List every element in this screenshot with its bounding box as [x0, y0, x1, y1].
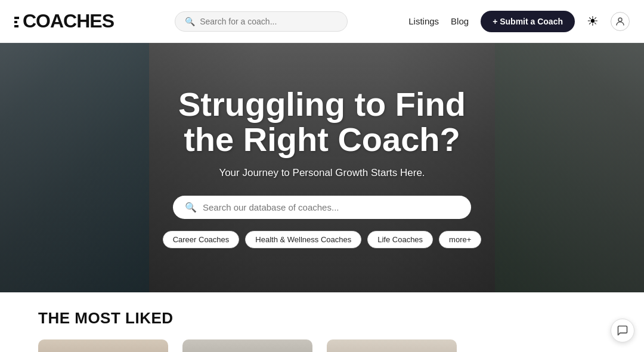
hero-title-line1: Struggling to Find — [178, 85, 466, 123]
tag-more[interactable]: more+ — [439, 231, 481, 248]
hero-subtitle: Your Journey to Personal Growth Starts H… — [163, 167, 482, 179]
card-person-3 — [327, 339, 457, 352]
coach-card-3[interactable] — [327, 339, 457, 352]
card-person-1 — [38, 339, 168, 352]
nav-search-bar: 🔍 — [175, 11, 348, 32]
hero-search-icon: 🔍 — [185, 202, 197, 213]
logo-line-2 — [14, 21, 17, 23]
nav-right: Listings Blog + Submit a Coach ☀ — [408, 11, 630, 32]
coach-cards-row — [38, 339, 606, 352]
user-account-icon[interactable] — [611, 12, 630, 31]
coach-card-2[interactable] — [182, 339, 312, 352]
hero-search-bar: 🔍 — [173, 196, 471, 219]
hero-title-line2: the Right Coach? — [184, 121, 460, 158]
search-input[interactable] — [200, 17, 338, 26]
hero-tags: Career Coaches Health & Wellness Coaches… — [163, 231, 482, 248]
svg-point-0 — [618, 18, 622, 21]
search-icon: 🔍 — [185, 17, 195, 26]
hero-content: Struggling to Find the Right Coach? Your… — [163, 87, 482, 248]
most-liked-title: THE MOST LIKED — [38, 309, 606, 328]
hero-search-input[interactable] — [203, 202, 459, 212]
coach-card-1[interactable] — [38, 339, 168, 352]
logo-lines-icon — [14, 17, 19, 27]
tag-career-coaches[interactable]: Career Coaches — [163, 231, 240, 248]
blog-link[interactable]: Blog — [451, 16, 469, 26]
theme-toggle-icon[interactable]: ☀ — [587, 14, 599, 29]
most-liked-section: THE MOST LIKED — [0, 292, 644, 352]
logo[interactable]: COACHES — [14, 10, 114, 32]
search-bar: 🔍 — [175, 11, 348, 32]
hero-section: Struggling to Find the Right Coach? Your… — [0, 43, 644, 292]
logo-line-3 — [14, 25, 18, 27]
logo-line-1 — [14, 17, 19, 19]
logo-text: COACHES — [23, 10, 114, 32]
hero-title: Struggling to Find the Right Coach? — [163, 87, 482, 158]
card-person-2 — [182, 339, 312, 352]
navbar: COACHES 🔍 Listings Blog + Submit a Coach… — [0, 0, 644, 43]
tag-health-wellness[interactable]: Health & Wellness Coaches — [245, 231, 361, 248]
chat-bubble-button[interactable] — [611, 319, 634, 342]
listings-link[interactable]: Listings — [408, 16, 439, 26]
submit-coach-button[interactable]: + Submit a Coach — [481, 11, 575, 32]
tag-life-coaches[interactable]: Life Coaches — [367, 231, 433, 248]
